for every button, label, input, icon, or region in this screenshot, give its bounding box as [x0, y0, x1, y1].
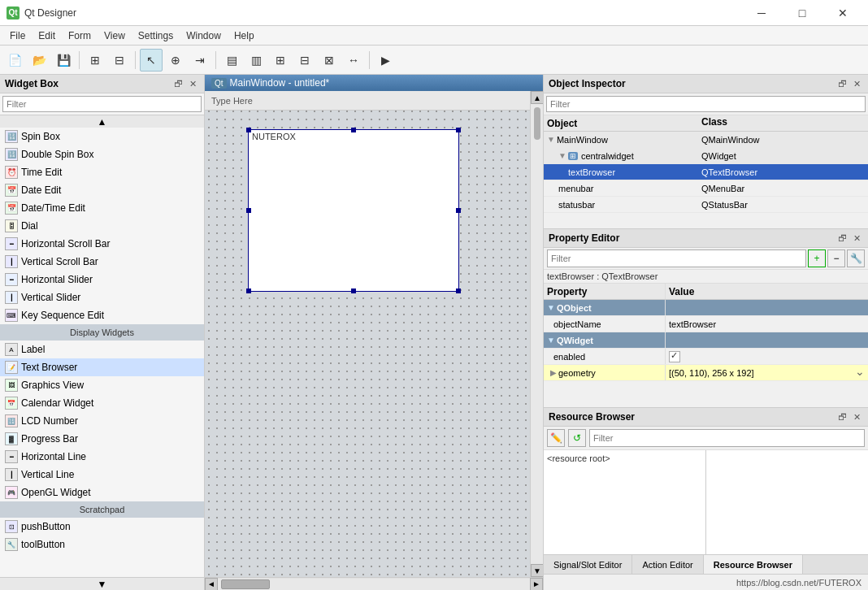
canvas-scrollbar-h[interactable]: ◄ ► [205, 577, 543, 590]
pe-add-btn[interactable]: + [808, 249, 826, 267]
oi-filter-input[interactable] [546, 96, 866, 112]
new-button[interactable]: 📄 [3, 49, 26, 72]
oi-close[interactable]: ✕ [850, 77, 863, 90]
tb-layout-form[interactable]: ⊞ [269, 49, 292, 72]
tab-signal-slot[interactable]: Signal/Slot Editor [544, 555, 632, 575]
tab-action-editor[interactable]: Action Editor [632, 555, 703, 575]
canvas-widget[interactable]: NUTEROX [248, 129, 459, 292]
handle-bc[interactable] [351, 288, 356, 293]
enabled-checkbox[interactable] [669, 351, 680, 362]
canvas-scroll-up[interactable]: ▲ [531, 91, 543, 104]
pe-remove-btn[interactable]: − [827, 249, 845, 267]
rb-close[interactable]: ✕ [850, 410, 863, 423]
widget-item-hslider[interactable]: ━ Horizontal Slider [0, 271, 204, 288]
pe-row-objectname[interactable]: objectName textBrowser [544, 316, 868, 332]
widget-box-scroll-up[interactable]: ▲ [0, 115, 204, 128]
handle-tl[interactable] [246, 128, 251, 132]
canvas-scroll-left[interactable]: ◄ [205, 578, 218, 591]
widget-item-pushbutton[interactable]: ⊡ pushButton [0, 518, 204, 536]
widget-item-dateedit[interactable]: 📅 Date Edit [0, 181, 204, 199]
tb-pointer[interactable]: ↖ [140, 49, 163, 72]
save-button[interactable]: 💾 [52, 49, 75, 72]
menu-help[interactable]: Help [228, 26, 261, 46]
rb-filter-input[interactable] [589, 429, 865, 447]
pe-geometry-expand[interactable]: ⌄ [855, 365, 868, 380]
widget-item-vscrollbar[interactable]: ┃ Vertical Scroll Bar [0, 253, 204, 271]
widget-item-hscrollbar[interactable]: ━ Horizontal Scroll Bar [0, 235, 204, 253]
menu-file[interactable]: File [3, 26, 32, 46]
handle-tc[interactable] [351, 128, 356, 132]
canvas-scroll-thumb-v[interactable] [534, 107, 540, 140]
widget-box-close[interactable]: ✕ [186, 77, 199, 90]
rb-reload-btn[interactable]: ↺ [568, 429, 586, 447]
widget-item-timeedit[interactable]: ⏰ Time Edit [0, 163, 204, 181]
widget-item-vline[interactable]: ┃ Vertical Line [0, 466, 204, 484]
tb-layout-grid[interactable]: ⊠ [318, 49, 341, 72]
canvas-scroll-down[interactable]: ▼ [531, 564, 543, 577]
tb-tab-order[interactable]: ⇥ [189, 49, 211, 72]
widget-item-hline[interactable]: ━ Horizontal Line [0, 448, 204, 466]
tb-widget-box[interactable]: ⊞ [84, 49, 106, 72]
minimize-button[interactable]: ─ [743, 0, 780, 26]
close-button[interactable]: ✕ [824, 0, 861, 26]
canvas-scrollbar-v[interactable]: ▲ ▼ [530, 91, 543, 577]
menu-view[interactable]: View [98, 26, 132, 46]
open-button[interactable]: 📂 [28, 49, 50, 72]
widget-item-keyseq[interactable]: ⌨ Key Sequence Edit [0, 306, 204, 324]
widget-item-doublespinbox[interactable]: 🔢 Double Spin Box [0, 145, 204, 163]
widget-item-textbrowser[interactable]: 📝 Text Browser [0, 358, 204, 376]
widget-item-label[interactable]: A Label [0, 341, 204, 358]
widget-item-opengl[interactable]: 🎮 OpenGL Widget [0, 484, 204, 501]
menu-settings[interactable]: Settings [132, 26, 180, 46]
widget-item-lcdnumber[interactable]: 🔢 LCD Number [0, 412, 204, 430]
canvas-scroll-thumb-h[interactable] [221, 579, 270, 589]
tab-resource-browser[interactable]: Resource Browser [704, 555, 803, 575]
handle-ml[interactable] [246, 208, 251, 213]
menu-window[interactable]: Window [180, 26, 228, 46]
widget-item-toolbutton[interactable]: 🔧 toolButton [0, 536, 204, 553]
handle-mr[interactable] [456, 208, 461, 213]
canvas-scroll-right[interactable]: ► [530, 578, 543, 591]
widget-item-datetimeedit[interactable]: 📅 Date/Time Edit [0, 199, 204, 217]
oi-row-mainwindow[interactable]: ▼ MainWindow QMainWindow [544, 132, 868, 148]
canvas-scroll-track-h[interactable] [218, 579, 530, 590]
pe-row-enabled[interactable]: enabled [544, 349, 868, 365]
oi-row-centralwidget[interactable]: ▼ ⊞ centralwidget QWidget [544, 148, 868, 164]
handle-tr[interactable] [456, 128, 461, 132]
rb-edit-btn[interactable]: ✏️ [547, 429, 565, 447]
tb-preview[interactable]: ▶ [374, 49, 397, 72]
maximize-button[interactable]: □ [783, 0, 821, 26]
canvas-content[interactable]: Type Here NUTEROX [205, 91, 530, 577]
oi-obj-mainwindow: ▼ MainWindow [544, 134, 698, 145]
pe-filter-input[interactable] [547, 249, 806, 267]
pe-config-btn[interactable]: 🔧 [847, 249, 865, 267]
menu-form[interactable]: Form [62, 26, 98, 46]
oi-row-textbrowser[interactable]: textBrowser QTextBrowser [544, 164, 868, 180]
widget-item-vslider[interactable]: ┃ Vertical Slider [0, 288, 204, 306]
widget-box-scroll-down[interactable]: ▼ [0, 577, 204, 590]
tb-layout-break[interactable]: ⊟ [293, 49, 316, 72]
widget-item-calendar[interactable]: 📅 Calendar Widget [0, 394, 204, 412]
menu-edit[interactable]: Edit [32, 26, 62, 46]
pe-restore[interactable]: 🗗 [835, 232, 848, 245]
widget-item-graphicsview[interactable]: 🖼 Graphics View [0, 376, 204, 394]
handle-br[interactable] [456, 288, 461, 293]
widget-item-dial[interactable]: 🎛 Dial [0, 217, 204, 235]
tb-layout-h[interactable]: ▤ [220, 49, 243, 72]
tb-adjust[interactable]: ↔ [342, 49, 365, 72]
oi-restore[interactable]: 🗗 [835, 77, 848, 90]
tb-layout-v[interactable]: ▥ [245, 49, 267, 72]
widget-box-filter-input[interactable] [2, 96, 202, 112]
widget-box-restore[interactable]: 🗗 [171, 77, 184, 90]
handle-bl[interactable] [246, 288, 251, 293]
tb-layout[interactable]: ⊟ [108, 49, 131, 72]
tb-connect[interactable]: ⊕ [164, 49, 187, 72]
rb-restore[interactable]: 🗗 [835, 410, 848, 423]
widget-item-progressbar[interactable]: ▓ Progress Bar [0, 430, 204, 448]
pe-close[interactable]: ✕ [850, 232, 863, 245]
oi-row-statusbar[interactable]: statusbar QStatusBar [544, 197, 868, 213]
oi-row-menubar[interactable]: menubar QMenuBar [544, 180, 868, 197]
canvas-scroll-track-v[interactable] [531, 104, 543, 564]
widget-item-spinbox[interactable]: 🔢 Spin Box [0, 128, 204, 145]
pe-row-geometry[interactable]: ▶ geometry [(50, 110), 256 x 192] ⌄ [544, 365, 868, 381]
